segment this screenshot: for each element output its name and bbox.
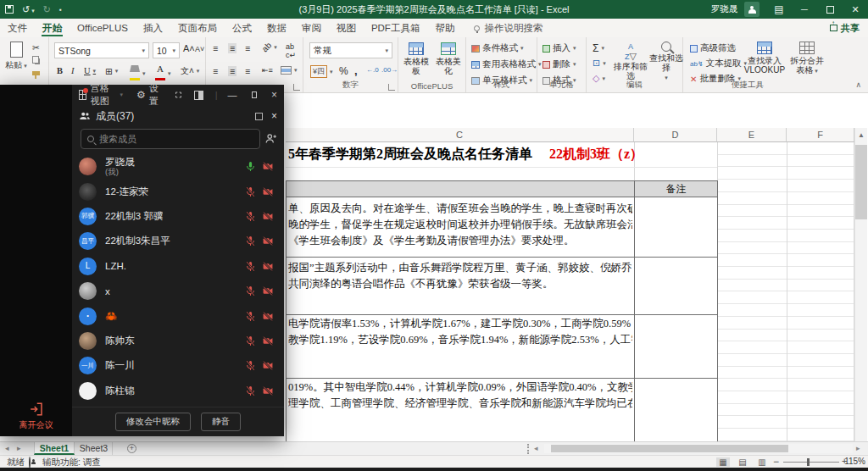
grow-font-button[interactable]: A˄ xyxy=(183,43,195,53)
font-color-button[interactable]: A▾ xyxy=(155,64,171,82)
tab-page-layout[interactable]: 页面布局 xyxy=(170,19,225,37)
view-normal-button[interactable]: ▦ xyxy=(716,457,730,467)
popout-panel-icon[interactable] xyxy=(255,113,263,120)
tab-formulas[interactable]: 公式 xyxy=(225,19,259,37)
mic-off-icon[interactable] xyxy=(245,236,256,247)
sheet-nav-left-icon[interactable]: ◂ xyxy=(5,444,9,452)
table-beautify-button[interactable]: 表格美化 xyxy=(433,42,464,75)
orientation-button[interactable]: ab▾ xyxy=(262,42,277,52)
redo-button[interactable]: ↻ xyxy=(43,4,51,15)
horizontal-scroll-thumb[interactable] xyxy=(551,445,788,452)
fullscreen-icon[interactable] xyxy=(175,90,182,100)
column-header-f[interactable]: F xyxy=(787,128,854,142)
meeting-minimize-button[interactable]: — xyxy=(228,90,237,100)
comma-style-button[interactable]: , xyxy=(354,64,358,77)
insert-cells-button[interactable]: 插入▾ xyxy=(542,42,576,54)
zoom-level[interactable]: 115% xyxy=(844,457,865,466)
percent-style-button[interactable]: % xyxy=(339,65,348,77)
note-cell[interactable] xyxy=(634,197,718,258)
advanced-filter-button[interactable]: 高级筛选 xyxy=(690,42,736,54)
number-dialog-launcher[interactable] xyxy=(388,84,395,91)
tell-me-search[interactable]: 操作说明搜索 xyxy=(474,22,542,35)
conditional-format-button[interactable]: 条件格式▾ xyxy=(471,42,524,54)
ribbon-display-options-icon[interactable]: ▤ xyxy=(766,0,792,19)
vertical-scrollbar[interactable]: ▲ xyxy=(854,128,867,441)
column-header-e[interactable]: E xyxy=(717,128,787,142)
column-header-d[interactable]: D xyxy=(634,128,717,142)
table-template-button[interactable]: 表格模板 xyxy=(401,42,431,75)
zoom-slider-thumb[interactable] xyxy=(807,458,810,466)
format-as-table-button[interactable]: 套用表格格式▾ xyxy=(471,58,542,70)
meeting-maximize-button[interactable] xyxy=(252,91,257,98)
mic-off-icon[interactable] xyxy=(245,285,256,296)
mic-off-icon[interactable] xyxy=(245,385,256,396)
collapse-ribbon-button[interactable]: ∧ xyxy=(855,80,861,89)
camera-off-icon[interactable] xyxy=(262,261,274,272)
list-item[interactable]: 一川 陈一川 xyxy=(72,353,284,378)
hscroll-right-button[interactable]: ▸ xyxy=(856,444,860,452)
phonetic-guide-button[interactable]: 文˄▾ xyxy=(181,65,199,77)
list-item[interactable]: 12-连家荣 xyxy=(72,179,284,203)
mic-off-icon[interactable] xyxy=(245,311,256,322)
align-middle-button[interactable]: ≡ xyxy=(228,43,236,53)
grid-view-button[interactable]: 宫格视图 ▾ xyxy=(79,82,123,108)
hscroll-left-button[interactable]: ◂ xyxy=(534,444,538,452)
camera-off-icon[interactable] xyxy=(262,211,274,222)
new-sheet-button[interactable]: + xyxy=(127,444,136,453)
camera-off-icon[interactable] xyxy=(262,285,274,296)
list-item[interactable]: • 🦀 xyxy=(72,303,284,328)
sheet-nav-right-icon[interactable]: ▸ xyxy=(17,444,21,452)
tab-insert[interactable]: 插入 xyxy=(136,19,170,37)
settings-button[interactable]: ⚙ 设置 xyxy=(136,82,159,108)
tab-pdf-tools[interactable]: PDF工具箱 xyxy=(364,19,428,37)
fill-button[interactable]: ⊡▾ xyxy=(593,58,606,69)
restore-button[interactable] xyxy=(817,0,843,19)
list-item[interactable]: 罗骁晟 (我) xyxy=(72,154,284,179)
list-item[interactable]: 郭骥 22机制3 郭骥 xyxy=(72,204,284,229)
number-format-select[interactable]: 常规▾ xyxy=(309,42,392,58)
close-button[interactable]: ✕ xyxy=(843,0,868,19)
tab-review[interactable]: 审阅 xyxy=(294,19,329,37)
camera-off-icon[interactable] xyxy=(262,161,274,172)
camera-off-icon[interactable] xyxy=(262,186,274,197)
tab-view[interactable]: 视图 xyxy=(329,19,364,37)
view-page-break-button[interactable]: ▥ xyxy=(755,457,769,467)
mic-off-icon[interactable] xyxy=(245,360,256,371)
close-panel-icon[interactable]: × xyxy=(271,110,277,122)
leave-meeting-button[interactable]: 离开会议 xyxy=(0,402,72,430)
tab-help[interactable]: 帮助 xyxy=(427,19,462,37)
camera-off-icon[interactable] xyxy=(262,360,274,371)
align-left-button[interactable]: ≡ xyxy=(213,66,218,76)
qat-customize-icon[interactable]: ▪ xyxy=(59,6,62,14)
rename-button[interactable]: 修改会中昵称 xyxy=(115,413,191,431)
mic-off-icon[interactable] xyxy=(245,335,256,346)
sheet-tab-sheet3[interactable]: Sheet3 xyxy=(75,442,113,455)
font-name-select[interactable]: STSong▾ xyxy=(54,42,149,58)
list-item[interactable]: 昌平 22机制3朱昌平 xyxy=(72,229,284,253)
scroll-up-button[interactable]: ▲ xyxy=(855,128,867,141)
add-member-button[interactable] xyxy=(264,132,277,147)
tab-officeplus[interactable]: OfficePLUS xyxy=(70,19,136,37)
list-item[interactable]: x xyxy=(72,279,284,303)
decrease-decimal-button[interactable]: .00→ xyxy=(381,66,398,74)
accounting-format-button[interactable]: ¥四▾ xyxy=(310,65,333,78)
save-icon[interactable] xyxy=(5,5,14,14)
bold-button[interactable]: B xyxy=(57,66,63,75)
vertical-scroll-thumb[interactable] xyxy=(855,145,867,219)
note-header-cell[interactable]: 备注 xyxy=(634,180,718,197)
mic-off-icon[interactable] xyxy=(245,261,256,272)
list-item[interactable]: L LZH. xyxy=(72,254,284,279)
zoom-slider[interactable] xyxy=(783,462,839,463)
camera-off-icon[interactable] xyxy=(262,236,274,247)
format-painter-button[interactable] xyxy=(32,71,40,79)
lookup-entry-button[interactable]: 查找录入 VLOOKUP xyxy=(743,42,787,75)
note-cell[interactable] xyxy=(634,314,718,379)
sheet-title-cell[interactable]: 5年春季学期第2周班会及晚点名任务清单 22机制3班（z） xyxy=(288,146,643,163)
search-input[interactable] xyxy=(99,134,235,144)
tab-file[interactable]: 文件 xyxy=(0,19,35,37)
mute-button[interactable]: 静音 xyxy=(201,413,241,431)
undo-button[interactable]: ↺ ▾ xyxy=(22,4,35,15)
delete-cells-button[interactable]: 删除▾ xyxy=(542,58,576,70)
sheet-tab-sheet1[interactable]: Sheet1 xyxy=(34,442,75,455)
tab-data[interactable]: 数据 xyxy=(259,19,294,37)
